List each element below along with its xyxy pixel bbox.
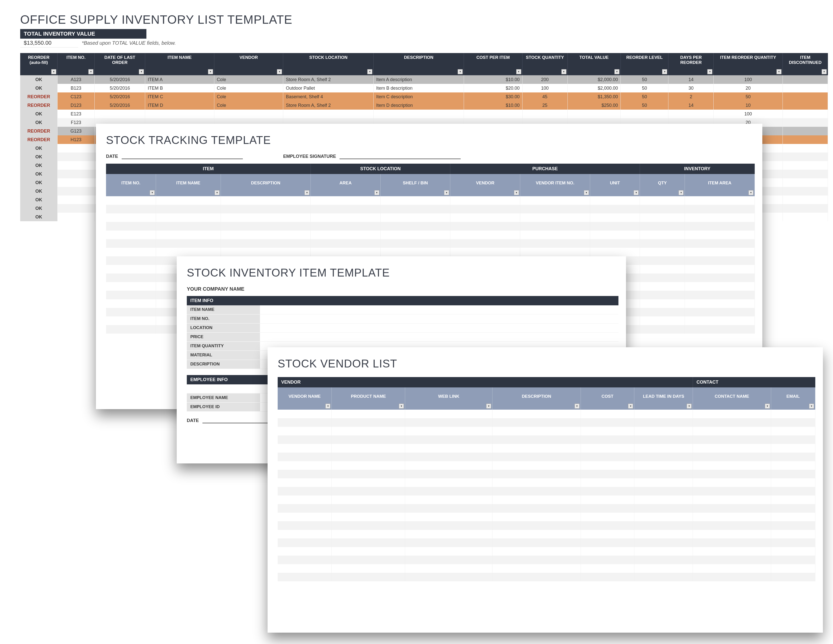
cell-reorder[interactable]: OK [20, 161, 57, 170]
empty-cell[interactable] [405, 478, 492, 487]
empty-cell[interactable] [693, 573, 771, 581]
empty-cell[interactable] [278, 555, 332, 564]
cell-date[interactable] [95, 109, 145, 118]
empty-cell[interactable] [380, 205, 450, 213]
empty-cell[interactable] [492, 521, 581, 530]
empty-cell[interactable] [450, 248, 520, 256]
empty-cell[interactable] [156, 239, 221, 248]
tracking-col-header[interactable]: QTY [640, 174, 685, 196]
cell-rlevel[interactable]: 50 [621, 75, 668, 84]
office-col-header[interactable]: ITEM DISCONTINUED [783, 53, 828, 75]
empty-cell[interactable] [685, 196, 755, 205]
cell-reorder[interactable]: OK [20, 109, 57, 118]
empty-cell[interactable] [106, 222, 156, 230]
cell-reorder[interactable]: OK [20, 118, 57, 127]
empty-cell[interactable] [450, 205, 520, 213]
empty-cell[interactable] [278, 538, 332, 547]
filter-dropdown-icon[interactable] [486, 404, 491, 409]
empty-cell[interactable] [332, 530, 405, 538]
empty-cell[interactable] [106, 256, 156, 265]
empty-cell[interactable] [332, 538, 405, 547]
empty-cell[interactable] [332, 564, 405, 573]
table-row[interactable] [106, 230, 755, 239]
empty-cell[interactable] [156, 248, 221, 256]
vendor-col-header[interactable]: LEAD TIME IN DAYS [634, 387, 693, 410]
empty-cell[interactable] [106, 274, 156, 282]
empty-cell[interactable] [278, 513, 332, 521]
vendor-col-header[interactable]: VENDOR NAME [278, 387, 332, 410]
cell-reorder[interactable]: REORDER [20, 92, 57, 101]
empty-cell[interactable] [405, 513, 492, 521]
table-row[interactable] [278, 410, 815, 418]
empty-cell[interactable] [220, 239, 310, 248]
empty-cell[interactable] [492, 504, 581, 513]
empty-cell[interactable] [685, 222, 755, 230]
filter-dropdown-icon[interactable] [614, 69, 619, 74]
cell-loc[interactable]: Outdoor Pallet [283, 84, 373, 92]
cell-desc[interactable]: Item B description [373, 84, 464, 92]
empty-cell[interactable] [581, 530, 634, 538]
table-row[interactable] [106, 239, 755, 248]
empty-cell[interactable] [278, 410, 332, 418]
cell-name[interactable]: ITEM B [145, 84, 214, 92]
filter-dropdown-icon[interactable] [822, 69, 827, 74]
filter-dropdown-icon[interactable] [584, 190, 589, 195]
empty-cell[interactable] [693, 487, 771, 496]
cell-item[interactable] [57, 178, 95, 187]
cell-date[interactable]: 5/20/2016 [95, 92, 145, 101]
filter-dropdown-icon[interactable] [325, 404, 330, 409]
table-row[interactable] [278, 573, 815, 581]
empty-cell[interactable] [693, 555, 771, 564]
empty-cell[interactable] [640, 205, 685, 213]
empty-cell[interactable] [581, 418, 634, 427]
empty-cell[interactable] [771, 573, 815, 581]
filter-dropdown-icon[interactable] [514, 190, 519, 195]
cell-reorder[interactable]: OK [20, 153, 57, 161]
empty-cell[interactable] [640, 325, 685, 333]
office-col-header[interactable]: TOTAL VALUE [568, 53, 621, 75]
filter-dropdown-icon[interactable] [748, 190, 754, 195]
empty-cell[interactable] [634, 538, 693, 547]
empty-cell[interactable] [634, 470, 693, 478]
empty-cell[interactable] [640, 230, 685, 239]
cell-vendor[interactable]: Cole [214, 84, 283, 92]
cell-total[interactable]: $1,350.00 [568, 92, 621, 101]
cell-rqty[interactable]: 100 [714, 109, 783, 118]
empty-cell[interactable] [590, 239, 640, 248]
empty-cell[interactable] [685, 205, 755, 213]
empty-cell[interactable] [106, 299, 156, 308]
empty-cell[interactable] [581, 410, 634, 418]
empty-cell[interactable] [685, 316, 755, 325]
empty-cell[interactable] [634, 427, 693, 435]
empty-cell[interactable] [640, 299, 685, 308]
filter-dropdown-icon[interactable] [687, 404, 691, 409]
empty-cell[interactable] [640, 256, 685, 265]
empty-cell[interactable] [220, 230, 310, 239]
empty-cell[interactable] [450, 213, 520, 222]
empty-cell[interactable] [492, 427, 581, 435]
empty-cell[interactable] [380, 230, 450, 239]
tracking-col-header[interactable]: SHELF / BIN [380, 174, 450, 196]
empty-cell[interactable] [106, 248, 156, 256]
empty-cell[interactable] [634, 547, 693, 555]
empty-cell[interactable] [581, 538, 634, 547]
empty-cell[interactable] [685, 239, 755, 248]
cell-reorder[interactable]: OK [20, 144, 57, 153]
cell-qty[interactable] [522, 109, 568, 118]
empty-cell[interactable] [278, 521, 332, 530]
empty-cell[interactable] [156, 222, 221, 230]
table-row[interactable] [278, 513, 815, 521]
empty-cell[interactable] [693, 521, 771, 530]
empty-cell[interactable] [693, 530, 771, 538]
table-row[interactable] [278, 530, 815, 538]
empty-cell[interactable] [640, 291, 685, 299]
cell-days[interactable]: 2 [668, 92, 714, 101]
empty-cell[interactable] [693, 538, 771, 547]
office-col-header[interactable]: STOCK LOCATION [283, 53, 373, 75]
empty-cell[interactable] [581, 547, 634, 555]
empty-cell[interactable] [311, 222, 380, 230]
item-field-value[interactable] [260, 305, 618, 314]
table-row[interactable]: OKB1235/20/2016ITEM BColeOutdoor PalletI… [20, 84, 828, 92]
empty-cell[interactable] [405, 521, 492, 530]
cell-qty[interactable]: 45 [522, 92, 568, 101]
